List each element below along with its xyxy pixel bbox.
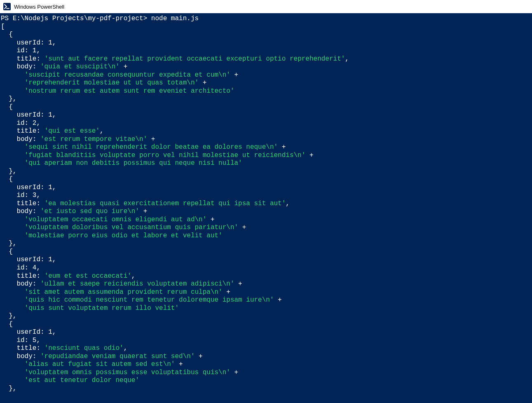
comma: ,	[36, 47, 40, 54]
val-title: 'eum et est occaecati'	[45, 272, 131, 280]
comma: ,	[124, 344, 128, 352]
key-id: id:	[1, 264, 33, 272]
brace-close: },	[1, 95, 16, 103]
indent	[1, 143, 25, 151]
val-id: 2	[33, 119, 37, 127]
key-id: id:	[1, 119, 33, 127]
val-userid: 1	[48, 328, 52, 336]
comma: ,	[52, 184, 56, 191]
comma: ,	[52, 256, 56, 263]
powershell-icon	[3, 3, 11, 10]
key-body: body:	[1, 136, 40, 143]
plus: +	[238, 224, 246, 231]
comma: ,	[52, 111, 56, 119]
val-id: 4	[33, 264, 37, 272]
val-title: 'qui est esse'	[45, 127, 100, 135]
key-id: id:	[1, 192, 33, 199]
indent	[1, 87, 25, 95]
key-userid: userId:	[1, 184, 48, 191]
val-body-line: 'quia et suscipit\n'	[40, 63, 120, 70]
key-id: id:	[1, 47, 33, 54]
plus: +	[234, 280, 242, 288]
key-userid: userId:	[1, 256, 48, 263]
key-userid: userId:	[1, 328, 48, 336]
key-body: body:	[1, 353, 40, 360]
val-body-line: 'molestiae porro eius odio et labore et …	[25, 232, 223, 239]
indent	[1, 232, 25, 239]
val-body-line: 'voluptatem omnis possimus esse voluptat…	[25, 369, 230, 376]
comma: ,	[36, 192, 40, 199]
brace-close: },	[1, 240, 16, 247]
prompt-arg: main.js	[167, 15, 199, 22]
plus: +	[305, 152, 313, 159]
val-body-line: 'suscipit recusandae consequuntur expedi…	[25, 71, 230, 79]
bracket-open: [	[1, 23, 5, 30]
val-id: 5	[33, 337, 37, 344]
key-id: id:	[1, 337, 33, 344]
val-body-line: 'quis sunt voluptatem rerum illo velit'	[25, 305, 179, 312]
svg-rect-0	[3, 3, 11, 10]
plus: +	[147, 136, 155, 143]
comma: ,	[52, 328, 56, 336]
brace-open: {	[1, 103, 13, 111]
val-userid: 1	[48, 256, 52, 263]
plus: +	[195, 353, 202, 360]
val-body-line: 'nostrum rerum est autem sunt rem evenie…	[25, 87, 234, 95]
plus: +	[223, 288, 230, 296]
key-userid: userId:	[1, 111, 48, 119]
key-body: body:	[1, 63, 40, 70]
plus: +	[230, 369, 238, 376]
key-title: title:	[1, 344, 45, 352]
val-body-line: 'alias aut fugiat sit autem sed est\n'	[25, 361, 175, 368]
indent	[1, 216, 25, 223]
val-title: 'ea molestias quasi exercitationem repel…	[45, 200, 286, 207]
indent	[1, 224, 25, 231]
val-userid: 1	[48, 111, 52, 119]
val-title: 'nesciunt quas odio'	[45, 344, 124, 352]
comma: ,	[100, 127, 104, 135]
indent	[1, 152, 25, 159]
key-title: title:	[1, 272, 45, 280]
plus: +	[274, 296, 282, 304]
brace-open: {	[1, 248, 13, 255]
plus: +	[230, 71, 238, 79]
indent	[1, 361, 25, 368]
val-title: 'sunt aut facere repellat provident occa…	[45, 55, 345, 63]
val-body-line: 'repudiandae veniam quaerat sunt sed\n'	[40, 353, 195, 360]
indent	[1, 296, 25, 304]
val-body-line: 'et iusto sed quo iure\n'	[40, 208, 139, 215]
terminal-output[interactable]: PS E:\Nodejs Projects\my-pdf-project> no…	[0, 13, 532, 394]
indent	[1, 79, 25, 87]
plus: +	[206, 216, 214, 223]
val-body-line: 'est aut tenetur dolor neque'	[25, 377, 139, 384]
indent	[1, 159, 25, 167]
key-body: body:	[1, 208, 40, 215]
plus: +	[120, 63, 127, 70]
brace-close: },	[1, 168, 16, 175]
brace-close: },	[1, 385, 16, 392]
key-title: title:	[1, 55, 45, 63]
val-userid: 1	[48, 39, 52, 47]
val-id: 1	[33, 47, 37, 54]
comma: ,	[131, 272, 136, 280]
val-body-line: 'fugiat blanditiis voluptate porro vel n…	[25, 152, 306, 159]
plus: +	[139, 208, 147, 215]
val-body-line: 'voluptatem occaecati omnis eligendi aut…	[25, 216, 207, 223]
val-body-line: 'qui aperiam non debitis possimus qui ne…	[25, 159, 242, 167]
brace-open: {	[1, 176, 13, 183]
comma: ,	[36, 337, 40, 344]
window-title: Windows PowerShell	[14, 4, 64, 10]
comma: ,	[36, 264, 40, 272]
comma: ,	[345, 55, 349, 63]
val-body-line: 'voluptatem doloribus vel accusantium qu…	[25, 224, 238, 231]
brace-open: {	[1, 321, 13, 328]
val-id: 3	[33, 192, 37, 199]
indent	[1, 369, 25, 376]
plus: +	[199, 79, 206, 87]
indent	[1, 377, 25, 384]
key-body: body:	[1, 280, 40, 288]
window-titlebar[interactable]: Windows PowerShell	[0, 0, 532, 13]
key-title: title:	[1, 127, 45, 135]
val-body-line: 'quis hic commodi nesciunt rem tenetur d…	[25, 296, 274, 304]
key-title: title:	[1, 200, 45, 207]
